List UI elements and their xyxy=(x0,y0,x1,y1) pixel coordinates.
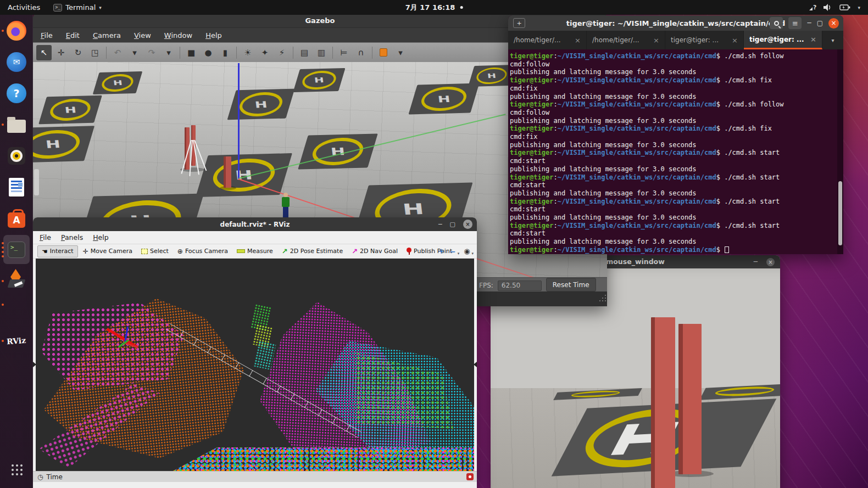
fps-value-field: 62.50 xyxy=(498,281,542,291)
dock-item-rviz[interactable]: RViz xyxy=(0,325,33,356)
dock-item-unknown-app[interactable] xyxy=(0,296,33,313)
menu-button[interactable]: ≡ xyxy=(788,17,802,29)
search-button[interactable] xyxy=(770,17,783,29)
close-button[interactable]: × xyxy=(828,18,839,29)
menu-panels[interactable]: Panels xyxy=(61,233,83,242)
helipad: H xyxy=(293,68,345,92)
system-tray[interactable]: ? ▾ xyxy=(810,0,864,15)
menu-help[interactable]: Help xyxy=(93,233,109,242)
battery-icon xyxy=(839,4,850,10)
menu-view[interactable]: View xyxy=(134,31,151,40)
maximize-button[interactable]: ▢ xyxy=(450,221,455,228)
reset-time-button[interactable]: Reset Time xyxy=(546,278,596,291)
redo-button[interactable]: ↷ xyxy=(144,45,159,60)
camera-view-button[interactable]: ◉ xyxy=(464,247,470,255)
chevron-down-icon[interactable]: ▾ xyxy=(471,251,474,256)
align-tool[interactable]: ⊨ xyxy=(336,45,352,60)
tool-2d-nav-goal[interactable]: ↗2D Nav Goal xyxy=(348,245,402,257)
terminal-tab-1[interactable]: /home/tiger/...× xyxy=(508,31,587,49)
resize-grip[interactable] xyxy=(599,300,600,301)
minimize-button[interactable]: ─ xyxy=(807,19,811,27)
menu-edit[interactable]: Edit xyxy=(66,31,80,40)
snap-tool[interactable]: ∩ xyxy=(353,45,369,60)
terminal-output[interactable]: tiger@tiger:~/VISIM_single/catkin_ws/src… xyxy=(508,49,843,254)
minimize-button[interactable]: ─ xyxy=(438,221,442,228)
terminal-echo-line: cmd:start xyxy=(510,229,842,238)
insert-box-tool[interactable]: ■ xyxy=(183,45,199,60)
tool-label: Select xyxy=(150,248,169,255)
tool-select[interactable]: Select xyxy=(137,246,173,256)
dock-item-gazebo[interactable] xyxy=(0,265,33,296)
maximize-button[interactable]: ▢ xyxy=(817,19,823,27)
tool-2d-pose-estimate[interactable]: ↗2D Pose Estimate xyxy=(278,245,347,257)
edit-model-tool[interactable] xyxy=(376,45,391,60)
point-light-tool[interactable]: ☀ xyxy=(240,45,255,60)
add-display-button[interactable]: ＋ xyxy=(437,246,445,256)
tab-close-icon[interactable]: × xyxy=(810,35,816,43)
close-button[interactable]: × xyxy=(766,258,775,266)
scrollbar-track[interactable] xyxy=(837,49,843,254)
translate-tool[interactable]: ✛ xyxy=(53,45,69,60)
right-panel-toggle-icon[interactable] xyxy=(474,362,477,367)
copy-button[interactable]: ▤ xyxy=(297,45,312,60)
terminal-tab-2[interactable]: /home/tiger/...× xyxy=(587,31,665,49)
rotate-tool[interactable]: ↻ xyxy=(70,45,86,60)
dock-item-files[interactable] xyxy=(0,109,33,140)
menu-file[interactable]: File xyxy=(41,31,53,40)
tool-interact[interactable]: ☚Interact xyxy=(37,245,78,257)
tab-close-icon[interactable]: × xyxy=(732,36,738,44)
terminal-latch-line: publishing and latching message for 3.0 … xyxy=(510,93,842,101)
clock-button[interactable]: 7月 17 16:18 xyxy=(405,0,463,15)
time-panel-close-button[interactable] xyxy=(466,473,474,480)
edit-model-caret-icon[interactable]: ▾ xyxy=(393,45,408,60)
activities-button[interactable]: Activities xyxy=(0,0,48,15)
dock-item-thunderbird[interactable]: ✉ xyxy=(0,46,33,77)
insert-sphere-tool[interactable]: ● xyxy=(201,45,216,60)
menu-help[interactable]: Help xyxy=(205,31,222,40)
insert-cylinder-tool[interactable]: ▮ xyxy=(218,45,233,60)
chevron-down-icon[interactable]: ▾ xyxy=(458,251,460,256)
scale-tool[interactable]: ◳ xyxy=(87,45,103,60)
directional-light-tool[interactable]: ⚡ xyxy=(274,45,290,60)
terminal-echo-line: cmd:fix xyxy=(510,85,842,93)
tab-close-icon[interactable]: × xyxy=(653,36,659,44)
tab-list-dropdown[interactable]: ▾ xyxy=(822,31,843,49)
tool-move-camera[interactable]: ✛Move Camera xyxy=(79,246,136,257)
time-panel-label: Time xyxy=(46,473,62,481)
prompt-user: tiger@tiger xyxy=(510,125,553,132)
tab-close-icon[interactable]: × xyxy=(575,36,581,44)
dock-item-help[interactable]: ? xyxy=(0,77,33,109)
rviz-titlebar[interactable]: default.rviz* - RViz ─ ▢ × xyxy=(33,217,477,231)
dock-item-libreoffice-writer[interactable] xyxy=(0,171,33,203)
spot-light-tool[interactable]: ✦ xyxy=(257,45,272,60)
rviz-3d-viewport[interactable] xyxy=(36,259,474,471)
dock-item-firefox[interactable] xyxy=(0,15,33,46)
scrollbar-thumb[interactable] xyxy=(838,181,842,245)
gazebo-side-panel-handle[interactable] xyxy=(34,169,39,195)
menu-file[interactable]: File xyxy=(40,233,51,242)
tab-label: tiger@tiger: ... xyxy=(671,36,719,44)
tool-focus-camera[interactable]: ⊕Focus Camera xyxy=(174,246,232,257)
terminal-tab-4[interactable]: tiger@tiger: ...× xyxy=(744,31,822,49)
dock-item-show-applications[interactable] xyxy=(0,453,33,485)
dock-item-ubuntu-software[interactable]: A xyxy=(0,203,33,234)
select-arrow-tool[interactable]: ↖ xyxy=(36,45,52,60)
close-button[interactable]: × xyxy=(463,220,472,229)
dock-item-terminal[interactable]: >_ xyxy=(0,234,33,265)
terminal-tab-3[interactable]: tiger@tiger: ...× xyxy=(665,31,744,49)
dock-item-rhythmbox[interactable] xyxy=(0,140,33,171)
minimize-button[interactable]: ─ xyxy=(754,258,758,266)
menu-window[interactable]: Window xyxy=(164,31,192,40)
undo-caret-icon[interactable]: ▾ xyxy=(127,45,142,60)
app-menu-button[interactable]: >_ Terminal ▾ xyxy=(48,0,107,15)
menu-camera[interactable]: Camera xyxy=(93,31,121,40)
tool-measure[interactable]: Measure xyxy=(233,246,277,256)
redo-caret-icon[interactable]: ▾ xyxy=(161,45,176,60)
undo-button[interactable]: ↶ xyxy=(110,45,125,60)
left-panel-toggle-icon[interactable] xyxy=(33,362,36,367)
new-tab-button[interactable]: + xyxy=(513,18,525,28)
remove-display-button[interactable]: − xyxy=(449,247,456,256)
paste-button[interactable]: ▥ xyxy=(314,45,329,60)
terminal-titlebar[interactable]: + tiger@tiger: ~/VISIM_single/catkin_ws/… xyxy=(508,15,843,31)
tool-label: Move Camera xyxy=(91,248,132,255)
